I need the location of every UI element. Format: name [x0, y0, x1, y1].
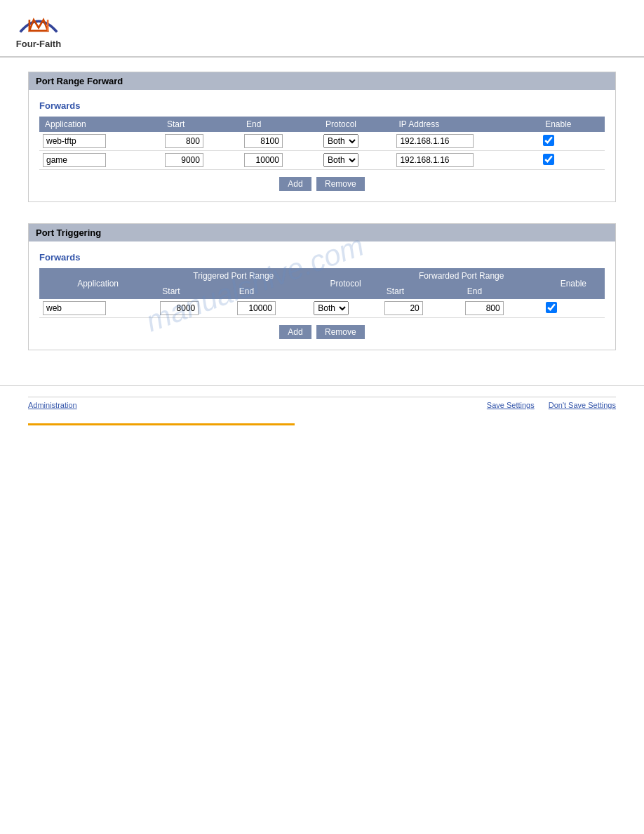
prf-start-input-1[interactable] — [165, 153, 203, 167]
pt-col-trig-start: Start — [156, 284, 234, 299]
pt-remove-button[interactable]: Remove — [316, 325, 365, 339]
pt-forwarded-range-header: Forwarded Port Range — [381, 268, 542, 284]
pt-fwd-start-input-0[interactable] — [384, 301, 423, 315]
col-end-1: End — [241, 117, 320, 132]
pt-col-fwd-start: Start — [381, 284, 462, 299]
prf-remove-button[interactable]: Remove — [316, 177, 365, 191]
prf-ip-input-0[interactable] — [396, 134, 474, 148]
col-protocol-1: Protocol — [320, 117, 393, 132]
pt-trig-start-input-0[interactable] — [160, 301, 199, 315]
pt-application-input-0[interactable] — [43, 301, 106, 315]
table-row: BothTCPUDP — [39, 299, 605, 318]
port-triggering-buttons: Add Remove — [39, 325, 605, 339]
prf-ip-input-1[interactable] — [396, 153, 474, 167]
forwards-label-1: Forwards — [39, 100, 605, 111]
footer-right-links: Save Settings Don't Save Settings — [487, 401, 616, 409]
forwards-label-2: Forwards — [39, 252, 605, 263]
pt-add-button[interactable]: Add — [279, 325, 311, 339]
pt-col-fwd-end: End — [462, 284, 542, 299]
logo: Four-Faith — [14, 7, 63, 49]
port-triggering-section: Port Triggering Forwards Application Tri… — [28, 223, 616, 350]
prf-protocol-select-1[interactable]: BothTCPUDP — [323, 153, 358, 167]
prf-add-button[interactable]: Add — [279, 177, 311, 191]
port-range-forward-buttons: Add Remove — [39, 177, 605, 191]
footer-left-link[interactable]: Administration — [28, 401, 77, 409]
pt-col-trig-end: End — [234, 284, 311, 299]
prf-start-input-0[interactable] — [165, 134, 203, 148]
port-range-forward-table: Application Start End Protocol IP Addres… — [39, 117, 605, 170]
footer-bottom: Administration Save Settings Don't Save … — [28, 401, 616, 413]
pt-protocol-select-0[interactable]: BothTCPUDP — [314, 301, 349, 315]
prf-protocol-select-0[interactable]: BothTCPUDP — [323, 134, 358, 148]
pt-enable-checkbox-0[interactable] — [546, 302, 557, 313]
pt-trig-end-input-0[interactable] — [237, 301, 276, 315]
footer: Administration Save Settings Don't Save … — [0, 385, 644, 432]
logo-icon — [14, 7, 63, 39]
port-range-forward-section: Port Range Forward Forwards Application … — [28, 72, 616, 202]
prf-enable-checkbox-1[interactable] — [543, 154, 554, 165]
port-triggering-table: Application Triggered Port Range Protoco… — [39, 268, 605, 318]
prf-application-input-1[interactable] — [43, 153, 106, 167]
footer-yellow-bar — [28, 423, 295, 425]
port-range-forward-title: Port Range Forward — [29, 72, 615, 90]
port-triggering-title: Port Triggering — [29, 224, 615, 241]
prf-application-input-0[interactable] — [43, 134, 106, 148]
pt-col-enable: Enable — [542, 268, 605, 299]
col-ip-1: IP Address — [393, 117, 539, 132]
prf-end-input-0[interactable] — [244, 134, 283, 148]
prf-end-input-1[interactable] — [244, 153, 283, 167]
dont-save-link[interactable]: Don't Save Settings — [549, 401, 616, 409]
col-enable-1: Enable — [539, 117, 605, 132]
footer-divider-top — [28, 397, 616, 397]
pt-fwd-end-input-0[interactable] — [465, 301, 504, 315]
table-row: BothTCPUDP — [39, 132, 605, 151]
port-triggering-inner: Forwards Application Triggered Port Rang… — [29, 241, 615, 350]
save-settings-link[interactable]: Save Settings — [487, 401, 535, 409]
main-content: Port Range Forward Forwards Application … — [0, 58, 644, 385]
pt-col-protocol: Protocol — [310, 268, 380, 299]
table-row: BothTCPUDP — [39, 151, 605, 170]
col-start-1: Start — [161, 117, 241, 132]
prf-enable-checkbox-0[interactable] — [543, 135, 554, 146]
col-application-1: Application — [39, 117, 161, 132]
page-header: Four-Faith — [0, 0, 644, 58]
pt-col-application: Application — [39, 268, 156, 299]
port-range-forward-inner: Forwards Application Start End Protocol … — [29, 90, 615, 201]
pt-triggered-range-header: Triggered Port Range — [156, 268, 310, 284]
company-name: Four-Faith — [16, 39, 61, 49]
